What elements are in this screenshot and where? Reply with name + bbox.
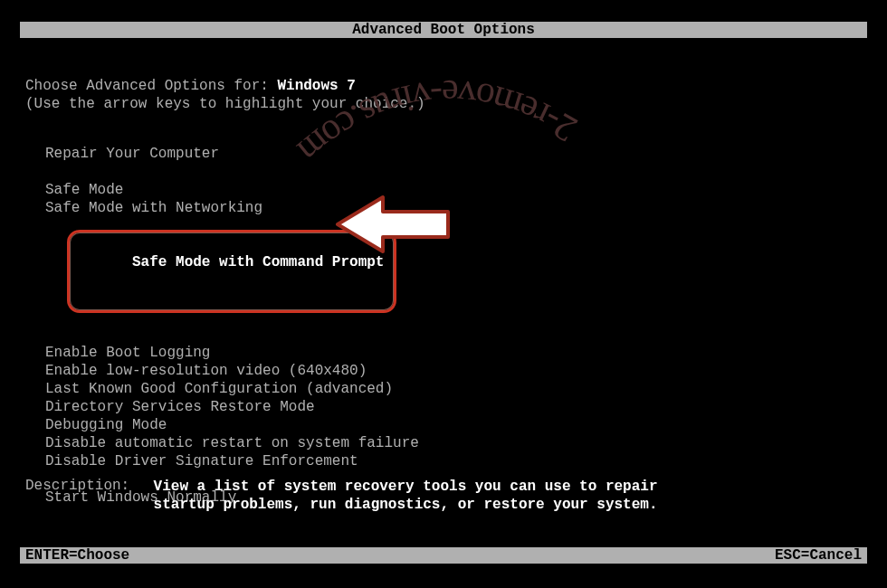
option-boot-logging[interactable]: Enable Boot Logging [45, 344, 419, 362]
footer-enter: ENTER=Choose [25, 547, 129, 564]
option-ds-restore[interactable]: Directory Services Restore Mode [45, 398, 419, 416]
option-last-known-good[interactable]: Last Known Good Configuration (advanced) [45, 380, 419, 398]
option-safe-mode-cmd[interactable]: Safe Mode with Command Prompt [45, 217, 419, 326]
option-repair[interactable]: Repair Your Computer [45, 145, 419, 163]
prompt-line: Choose Advanced Options for: Windows 7 [25, 78, 356, 94]
description-block: Description: View a list of system recov… [25, 478, 661, 514]
option-disable-auto-restart[interactable]: Disable automatic restart on system fail… [45, 434, 419, 452]
highlight-outline [67, 230, 396, 313]
prompt-os: Windows 7 [277, 78, 355, 94]
option-low-res[interactable]: Enable low-resolution video (640x480) [45, 362, 419, 380]
boot-options-list: Repair Your Computer Safe Mode Safe Mode… [45, 145, 419, 507]
option-safe-mode[interactable]: Safe Mode [45, 181, 419, 199]
option-safe-mode-cmd-label: Safe Mode with Command Prompt [132, 254, 384, 270]
prompt-prefix: Choose Advanced Options for: [25, 78, 277, 94]
option-disable-driver-sig[interactable]: Disable Driver Signature Enforcement [45, 452, 419, 470]
footer-bar: ENTER=Choose ESC=Cancel [20, 547, 867, 564]
instruction-line: (Use the arrow keys to highlight your ch… [25, 96, 425, 112]
description-body: View a list of system recovery tools you… [154, 478, 661, 514]
option-debugging[interactable]: Debugging Mode [45, 416, 419, 434]
title-text: Advanced Boot Options [352, 22, 535, 38]
description-label: Description: [25, 478, 145, 494]
option-safe-mode-networking[interactable]: Safe Mode with Networking [45, 199, 419, 217]
title-bar: Advanced Boot Options [20, 22, 867, 38]
footer-esc: ESC=Cancel [775, 547, 862, 564]
